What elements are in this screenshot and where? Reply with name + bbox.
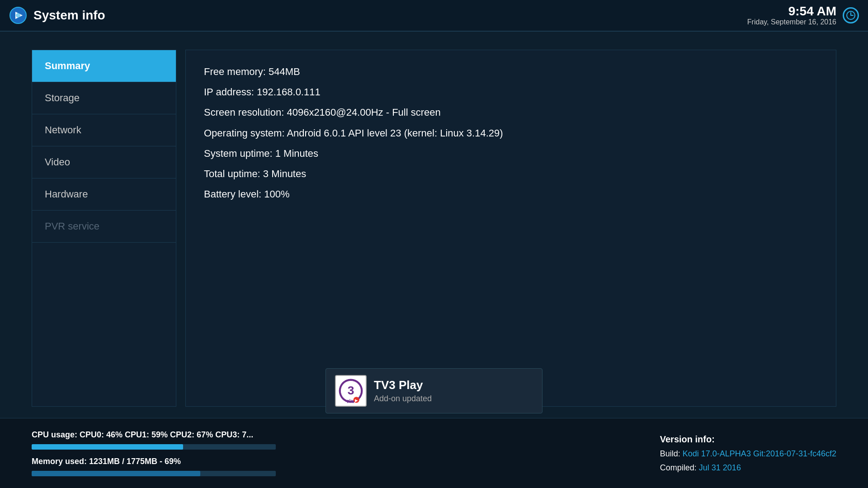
memory-progress-bar bbox=[32, 471, 276, 476]
time-display: 9:54 AM bbox=[747, 5, 836, 19]
tv3-addon-icon-svg: 3 play ▶ bbox=[336, 375, 366, 407]
svg-text:3: 3 bbox=[348, 384, 354, 397]
version-section: Version info: Build: Kodi 17.0-ALPHA3 Gi… bbox=[660, 434, 836, 473]
header: System info 9:54 AM Friday, September 16… bbox=[0, 0, 868, 32]
sidebar: Summary Storage Network Video Hardware P… bbox=[32, 50, 176, 407]
compiled-value: Jul 31 2016 bbox=[699, 463, 741, 472]
kodi-logo-icon bbox=[9, 6, 27, 24]
content-panel: Free memory: 544MB IP address: 192.168.0… bbox=[185, 50, 836, 407]
free-memory: Free memory: 544MB bbox=[204, 64, 818, 80]
clock-icon bbox=[843, 7, 859, 23]
notification-text: TV3 Play Add-on updated bbox=[374, 378, 432, 404]
header-left: System info bbox=[9, 6, 105, 24]
operating-system: Operating system: Android 6.0.1 API leve… bbox=[204, 125, 818, 141]
compiled-label: Compiled: bbox=[660, 463, 697, 472]
notification-title: TV3 Play bbox=[374, 378, 432, 392]
memory-progress-fill bbox=[32, 471, 200, 476]
sidebar-item-video[interactable]: Video bbox=[32, 146, 176, 178]
sidebar-item-summary[interactable]: Summary bbox=[32, 50, 176, 82]
total-uptime: Total uptime: 3 Minutes bbox=[204, 166, 818, 182]
version-title: Version info: bbox=[660, 434, 836, 445]
date-display: Friday, September 16, 2016 bbox=[747, 18, 836, 26]
notification-subtitle: Add-on updated bbox=[374, 394, 432, 404]
memory-label: Memory used: 1231MB / 1775MB - 69% bbox=[32, 457, 633, 466]
system-uptime: System uptime: 1 Minutes bbox=[204, 145, 818, 161]
cpu-progress-bar bbox=[32, 444, 276, 450]
svg-point-2 bbox=[16, 13, 20, 18]
compiled-line: Compiled: Jul 31 2016 bbox=[660, 463, 836, 473]
notification-toast: 3 play ▶ TV3 Play Add-on updated bbox=[326, 368, 542, 413]
sidebar-item-storage[interactable]: Storage bbox=[32, 82, 176, 114]
app-title: System info bbox=[33, 8, 105, 23]
sidebar-item-hardware[interactable]: Hardware bbox=[32, 178, 176, 211]
datetime-block: 9:54 AM Friday, September 16, 2016 bbox=[747, 5, 836, 27]
cpu-memory-section: CPU usage: CPU0: 46% CPU1: 59% CPU2: 67%… bbox=[32, 430, 633, 476]
svg-text:▶: ▶ bbox=[355, 398, 358, 403]
sidebar-item-pvr: PVR service bbox=[32, 211, 176, 243]
addon-icon: 3 play ▶ bbox=[335, 375, 367, 407]
build-label: Build: bbox=[660, 449, 680, 458]
build-line: Build: Kodi 17.0-ALPHA3 Git:2016-07-31-f… bbox=[660, 449, 836, 459]
build-value: Kodi 17.0-ALPHA3 Git:2016-07-31-fc46cf2 bbox=[683, 449, 836, 458]
battery-level: Battery level: 100% bbox=[204, 186, 818, 202]
ip-address: IP address: 192.168.0.111 bbox=[204, 84, 818, 100]
screen-resolution: Screen resolution: 4096x2160@24.00Hz - F… bbox=[204, 104, 818, 120]
bottom-bar: CPU usage: CPU0: 46% CPU1: 59% CPU2: 67%… bbox=[0, 418, 868, 488]
main-content: Summary Storage Network Video Hardware P… bbox=[0, 32, 868, 416]
cpu-progress-fill bbox=[32, 444, 183, 450]
sidebar-item-network[interactable]: Network bbox=[32, 114, 176, 146]
header-right: 9:54 AM Friday, September 16, 2016 bbox=[747, 5, 859, 27]
cpu-label: CPU usage: CPU0: 46% CPU1: 59% CPU2: 67%… bbox=[32, 430, 633, 440]
